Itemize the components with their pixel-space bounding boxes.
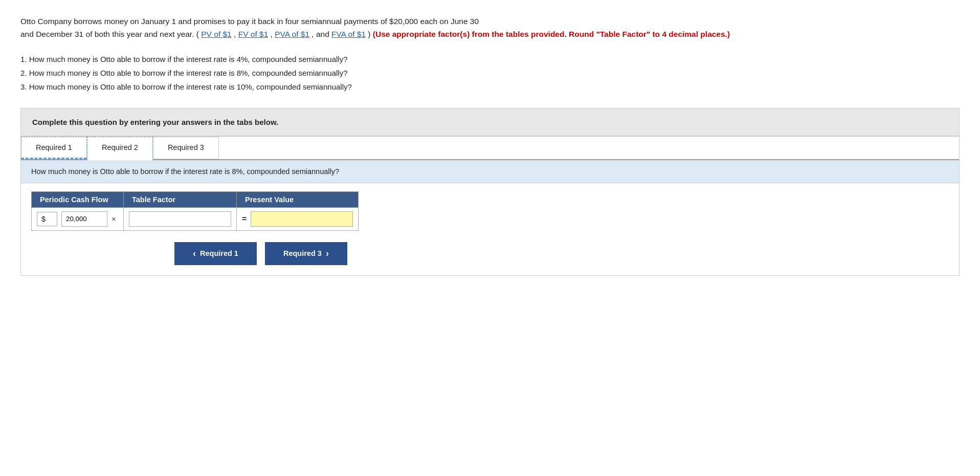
col3-header: Present Value <box>237 191 359 207</box>
tabs-area: Required 1 Required 2 Required 3 How muc… <box>20 136 960 276</box>
bold-red-text: (Use appropriate factor(s) from the tabl… <box>373 30 730 38</box>
eq-sign: = <box>242 214 247 224</box>
present-value-input[interactable] <box>251 211 353 227</box>
tab-required1-label: Required 1 <box>36 143 72 152</box>
comma1: , <box>234 30 238 38</box>
complete-box: Complete this question by entering your … <box>20 108 960 136</box>
intro-text2: and December 31 of both this year and ne… <box>20 30 199 38</box>
complete-box-text: Complete this question by entering your … <box>32 118 278 126</box>
question-1: 1. How much money is Otto able to borrow… <box>20 52 960 66</box>
tab-required3-label: Required 3 <box>168 143 204 152</box>
multiply-sign: × <box>112 214 116 223</box>
col2-header: Table Factor <box>124 191 237 207</box>
tabs-row: Required 1 Required 2 Required 3 <box>21 137 959 160</box>
intro-paragraph: Otto Company borrows money on January 1 … <box>20 15 951 41</box>
next-button[interactable]: Required 3 › <box>265 242 347 265</box>
question-3: 3. How much money is Otto able to borrow… <box>20 80 960 94</box>
fva-link[interactable]: FVA of $1 <box>331 30 366 38</box>
table-section: Periodic Cash Flow Table Factor Present … <box>21 183 959 275</box>
fv-link[interactable]: FV of $1 <box>238 30 269 38</box>
dollar-sign: $ <box>37 212 57 226</box>
prev-button[interactable]: ‹ Required 1 <box>174 242 257 265</box>
intro-text3: , and <box>311 30 331 38</box>
nav-buttons: ‹ Required 1 Required 3 › <box>174 242 949 265</box>
col1-header: Periodic Cash Flow <box>32 191 124 207</box>
next-button-label: Required 3 <box>283 249 322 257</box>
tab-required1[interactable]: Required 1 <box>21 137 87 159</box>
present-value-cell: = <box>237 207 359 230</box>
tab-question-text: How much money is Otto able to borrow if… <box>31 167 339 176</box>
tab-required3[interactable]: Required 3 <box>153 137 219 159</box>
chevron-right-icon: › <box>326 248 329 259</box>
intro-text4: ) <box>368 30 372 38</box>
cash-flow-input[interactable] <box>61 211 107 227</box>
table-row: $ × = <box>32 207 359 230</box>
prev-button-label: Required 1 <box>200 249 238 257</box>
pva-link[interactable]: PVA of $1 <box>275 30 309 38</box>
pv-link[interactable]: PV of $1 <box>201 30 231 38</box>
tab-required2-label: Required 2 <box>102 143 138 152</box>
cash-flow-table: Periodic Cash Flow Table Factor Present … <box>31 191 359 231</box>
tab-required2[interactable]: Required 2 <box>87 137 153 160</box>
cash-flow-cell: $ × <box>32 207 124 230</box>
question-2: 2. How much money is Otto able to borrow… <box>20 66 960 80</box>
chevron-left-icon: ‹ <box>193 248 196 259</box>
questions-section: 1. How much money is Otto able to borrow… <box>20 52 960 94</box>
table-factor-cell <box>124 207 237 230</box>
intro-text1: Otto Company borrows money on January 1 … <box>20 17 479 26</box>
tab-content-question: How much money is Otto able to borrow if… <box>21 160 959 183</box>
table-factor-input[interactable] <box>129 211 231 227</box>
comma2: , <box>271 30 275 38</box>
